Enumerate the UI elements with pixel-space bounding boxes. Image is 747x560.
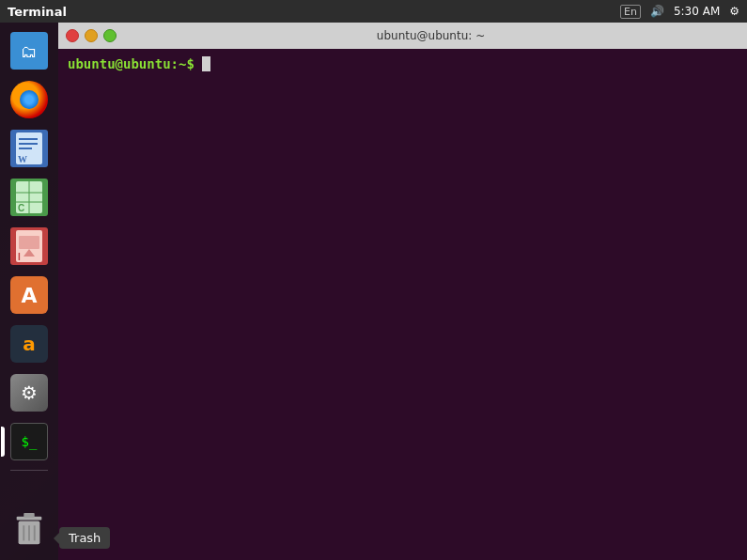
terminal-window: ubuntu@ubuntu: ~ ubuntu@ubuntu:~$ xyxy=(58,23,747,560)
svg-text:I: I xyxy=(18,252,21,262)
firefox-icon xyxy=(10,81,48,118)
top-panel: Terminal En 🔊 5:30 AM ⚙ xyxy=(0,0,747,23)
svg-text:C: C xyxy=(18,203,24,213)
amazon-icon: a xyxy=(10,325,48,363)
sidebar-item-trash[interactable]: Trash xyxy=(7,507,52,552)
terminal-body[interactable]: ubuntu@ubuntu:~$ xyxy=(58,49,747,560)
time-display[interactable]: 5:30 AM xyxy=(674,5,720,18)
sidebar-item-settings[interactable]: ⚙ xyxy=(7,370,52,415)
writer-icon: W xyxy=(10,130,48,167)
terminal-window-title: ubuntu@ubuntu: ~ xyxy=(122,29,739,42)
terminal-titlebar: ubuntu@ubuntu: ~ xyxy=(58,23,747,49)
trash-icon xyxy=(12,511,46,549)
volume-indicator[interactable]: 🔊 xyxy=(650,5,664,18)
svg-rect-3 xyxy=(19,148,32,149)
window-close-button[interactable] xyxy=(66,29,79,42)
sidebar-item-terminal[interactable]: $_ xyxy=(7,419,52,464)
appstore-icon: A xyxy=(10,276,48,314)
sidebar-item-calc[interactable]: C xyxy=(7,175,52,220)
window-maximize-button[interactable] xyxy=(103,29,117,42)
launcher-divider xyxy=(10,470,48,471)
svg-text:W: W xyxy=(18,154,27,164)
sidebar-item-appstore[interactable]: A xyxy=(7,272,52,318)
svg-rect-11 xyxy=(19,236,39,249)
window-minimize-button[interactable] xyxy=(85,29,98,42)
panel-left: Terminal xyxy=(8,5,67,19)
svg-rect-15 xyxy=(23,513,34,518)
sidebar-item-amazon[interactable]: a xyxy=(7,321,52,366)
terminal-cursor xyxy=(202,56,210,71)
terminal-icon: $_ xyxy=(10,423,48,460)
sidebar-item-impress[interactable]: I xyxy=(7,224,52,269)
sidebar-item-files[interactable]: 🗂 xyxy=(7,28,52,73)
gear-icon[interactable]: ⚙ xyxy=(729,5,739,18)
sidebar-item-firefox[interactable] xyxy=(7,77,52,122)
svg-rect-1 xyxy=(19,138,38,140)
panel-title: Terminal xyxy=(8,5,67,19)
settings-icon: ⚙ xyxy=(10,374,48,412)
files-icon: 🗂 xyxy=(10,32,48,70)
svg-rect-2 xyxy=(19,143,38,145)
launcher-sidebar: 🗂 W C xyxy=(0,23,58,560)
impress-icon: I xyxy=(10,227,48,265)
sidebar-item-writer[interactable]: W xyxy=(7,126,52,171)
calc-icon: C xyxy=(10,179,48,216)
keyboard-layout-indicator[interactable]: En xyxy=(620,5,641,19)
panel-right: En 🔊 5:30 AM ⚙ xyxy=(620,5,739,19)
terminal-prompt: ubuntu@ubuntu:~$ xyxy=(68,56,195,71)
